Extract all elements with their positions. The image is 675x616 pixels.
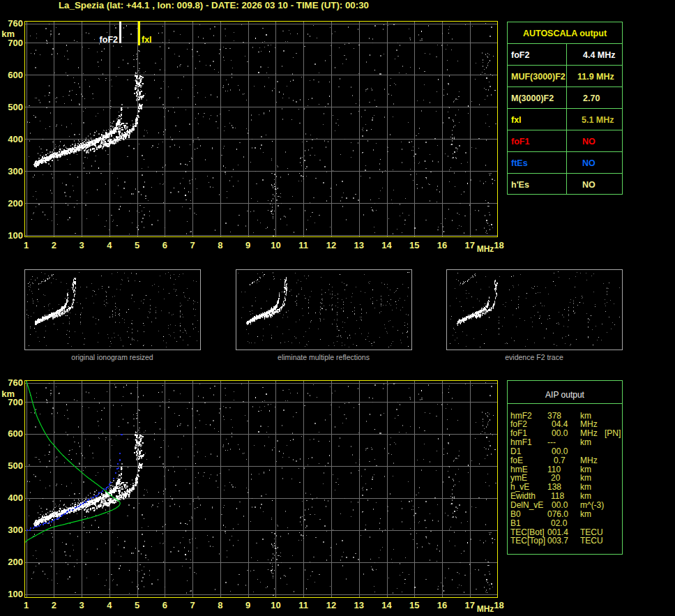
svg-text:AUTOSCALA output: AUTOSCALA output [523, 29, 607, 38]
svg-text:18: 18 [494, 240, 503, 250]
svg-text:400: 400 [8, 493, 23, 503]
svg-text:7: 7 [190, 240, 195, 250]
svg-text:2.70: 2.70 [583, 93, 600, 103]
svg-text:8: 8 [218, 240, 222, 250]
svg-text:15: 15 [409, 600, 419, 610]
svg-text:foF2: foF2 [100, 35, 118, 45]
svg-text:600: 600 [8, 428, 23, 439]
svg-text:14: 14 [381, 600, 392, 610]
svg-text:100: 100 [8, 230, 23, 241]
svg-text:18: 18 [494, 600, 503, 610]
svg-text:16: 16 [437, 600, 447, 610]
svg-text:km: km [580, 437, 591, 447]
svg-text:500: 500 [8, 460, 23, 471]
svg-text:MHz: MHz [477, 604, 494, 614]
svg-text:TEC[Top]: TEC[Top] [510, 536, 545, 546]
svg-text:3: 3 [79, 600, 84, 610]
svg-text:700: 700 [8, 38, 23, 48]
svg-text:11: 11 [298, 240, 308, 250]
svg-text:200: 200 [8, 557, 23, 567]
svg-text:5: 5 [135, 240, 139, 250]
svg-text:MUF(3000)F2: MUF(3000)F2 [511, 72, 566, 82]
svg-text:500: 500 [8, 102, 23, 112]
svg-text:760: 760 [8, 377, 23, 388]
svg-text:003.7: 003.7 [547, 536, 568, 546]
svg-text:13: 13 [354, 240, 364, 250]
svg-text:NO: NO [582, 180, 596, 190]
svg-text:10: 10 [271, 240, 280, 250]
svg-text:300: 300 [8, 166, 23, 176]
svg-text:4: 4 [107, 240, 112, 250]
svg-text:5: 5 [135, 600, 139, 610]
svg-text:MHz: MHz [477, 244, 494, 254]
svg-text:foF1: foF1 [511, 137, 529, 147]
svg-text:eliminate multiple reflections: eliminate multiple reflections [278, 353, 370, 361]
svg-text:km: km [580, 509, 591, 519]
svg-text:200: 200 [8, 198, 23, 209]
svg-text:700: 700 [8, 397, 23, 407]
svg-text:fxl: fxl [142, 35, 152, 45]
svg-text:10: 10 [271, 600, 280, 610]
svg-text:9: 9 [245, 240, 250, 250]
svg-text:11.9 MHz: 11.9 MHz [577, 72, 614, 82]
svg-text:11: 11 [298, 600, 308, 610]
svg-text:12: 12 [326, 240, 336, 250]
svg-text:15: 15 [409, 240, 419, 250]
svg-text:evidence F2 trace: evidence F2 trace [505, 353, 563, 361]
svg-text:NO: NO [582, 158, 596, 168]
svg-text:400: 400 [8, 134, 23, 144]
svg-text:2: 2 [52, 600, 56, 610]
svg-text:6: 6 [162, 240, 167, 250]
svg-text:760: 760 [8, 18, 23, 29]
svg-text:La_Spezia (lat: +44.1 , lon: 0: La_Spezia (lat: +44.1 , lon: 009.8) - DA… [59, 0, 369, 10]
svg-text:9: 9 [245, 600, 250, 610]
svg-text:foF2: foF2 [511, 50, 529, 60]
svg-text:300: 300 [8, 525, 23, 535]
svg-text:fxl: fxl [511, 115, 522, 125]
svg-text:3: 3 [79, 240, 84, 250]
svg-text:ftEs: ftEs [511, 158, 528, 168]
svg-text:13: 13 [354, 600, 364, 610]
svg-text:1: 1 [24, 600, 29, 610]
svg-text:[PN]: [PN] [605, 428, 621, 438]
svg-text:AIP output: AIP output [545, 390, 584, 400]
svg-text:2: 2 [52, 240, 56, 250]
svg-text:1: 1 [24, 240, 29, 250]
svg-text:16: 16 [437, 240, 447, 250]
svg-text:17: 17 [465, 240, 475, 250]
svg-text:TECU: TECU [580, 536, 603, 546]
svg-text:original ionogram resized: original ionogram resized [71, 353, 153, 361]
svg-text:17: 17 [465, 600, 475, 610]
svg-text:6: 6 [162, 600, 167, 610]
svg-text:12: 12 [326, 600, 336, 610]
svg-text:h'Es: h'Es [511, 180, 529, 190]
svg-text:7: 7 [190, 600, 195, 610]
svg-text:5.1 MHz: 5.1 MHz [582, 115, 614, 125]
svg-text:8: 8 [218, 600, 222, 610]
svg-text:M(3000)F2: M(3000)F2 [511, 93, 554, 103]
svg-text:600: 600 [8, 70, 23, 80]
svg-text:100: 100 [8, 589, 23, 599]
svg-text:4.4 MHz: 4.4 MHz [583, 50, 616, 60]
svg-text:NO: NO [582, 137, 596, 147]
svg-text:14: 14 [381, 240, 392, 250]
svg-text:4: 4 [107, 600, 112, 610]
